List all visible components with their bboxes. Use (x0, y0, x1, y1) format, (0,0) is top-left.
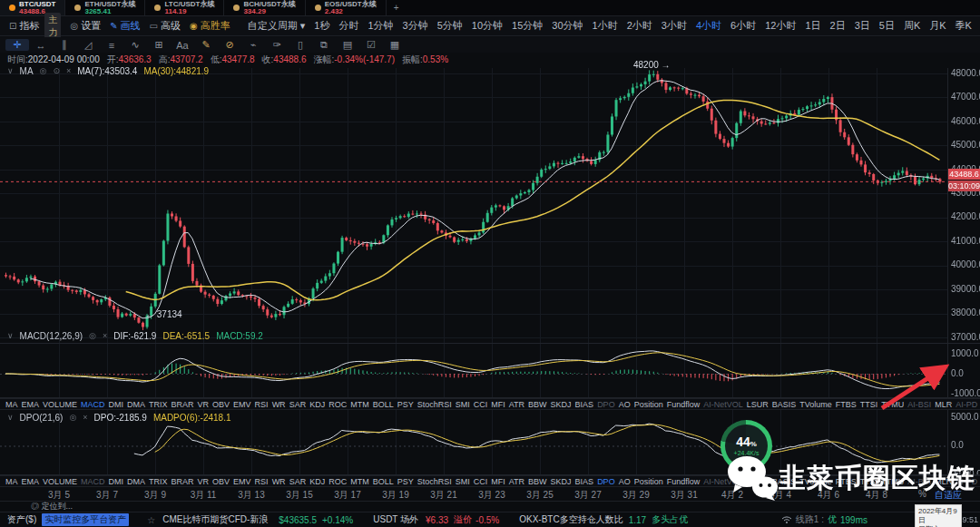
timeframe-3分钟[interactable]: 3分钟 (403, 19, 428, 33)
indicator-tab-dmi[interactable]: DMI (109, 477, 124, 486)
asset-monitor-chip[interactable]: 实时监控多平台资产 (42, 513, 129, 526)
indicator-tab-dma[interactable]: DMA (127, 477, 145, 486)
indicator-tab-cci[interactable]: CCI (474, 400, 488, 409)
indicator-tab-mfi[interactable]: MFI (491, 477, 505, 486)
indicator-tab-ao[interactable]: AO (619, 400, 631, 409)
collapse-caret-icon[interactable]: ∨ (7, 413, 14, 422)
add-pair-button[interactable]: + (387, 0, 407, 15)
indicator-tab-cci[interactable]: CCI (474, 477, 488, 486)
indicator-tab-atr[interactable]: ATR (509, 400, 524, 409)
timeframe-分时[interactable]: 分时 (338, 19, 358, 33)
timeframe-周K[interactable]: 周K (904, 19, 920, 33)
main-force-chip[interactable]: 主力 (44, 13, 61, 40)
indicator-tab-ma[interactable]: MA (5, 477, 18, 486)
indicator-tab-dma[interactable]: DMA (127, 400, 145, 409)
indicator-tab-brar[interactable]: BRAR (172, 400, 194, 409)
timeframe-1日[interactable]: 1日 (805, 19, 820, 33)
indicator-tab-sar[interactable]: SAR (289, 400, 307, 409)
high-winrate-button[interactable]: ◉高胜率 (190, 19, 230, 33)
indicator-tab-mtm[interactable]: MTM (350, 400, 369, 409)
draw-tool-9[interactable]: ⊘ (218, 39, 241, 51)
timeframe-12小时[interactable]: 12小时 (765, 19, 796, 33)
indicator-tab-macd[interactable]: MACD (81, 477, 105, 486)
indicator-tab-bbw[interactable]: BBW (528, 477, 547, 486)
draw-tool-12[interactable]: ▯ (289, 39, 312, 51)
indicator-tab-fundflow[interactable]: Fundflow (667, 400, 701, 409)
price-chart-canvas[interactable] (0, 68, 980, 487)
indicator-tab-volume[interactable]: VOLUME (43, 477, 77, 486)
indicator-tab-bias[interactable]: BIAS (575, 400, 594, 409)
indicator-tab-dmi[interactable]: DMI (109, 400, 124, 409)
indicator-tab-dpo[interactable]: DPO (597, 400, 615, 409)
draw-tool-10[interactable]: ⌁ (241, 39, 265, 51)
timeframe-5分钟[interactable]: 5分钟 (437, 19, 463, 33)
indicator-tab-obv[interactable]: OBV (212, 477, 230, 486)
draw-tool-1[interactable]: ↔ (29, 40, 53, 51)
draw-tool-3[interactable]: ◿ (76, 39, 100, 51)
indicator-tab-fundflow[interactable]: Fundflow (667, 477, 701, 486)
indicator-tab-trix[interactable]: TRIX (149, 477, 168, 486)
indicator-tab-tvolume[interactable]: TVolume (799, 400, 832, 409)
draw-tool-16[interactable]: ▦ (383, 39, 407, 51)
timeframe-3小时[interactable]: 3小时 (662, 19, 687, 33)
indicator-tab-vr[interactable]: VR (198, 477, 210, 486)
indicator-tab-stochrsi[interactable]: StochRSI (417, 400, 452, 409)
timeframe-15分钟[interactable]: 15分钟 (512, 19, 543, 33)
indicator-tab-ttsi[interactable]: TTSI (860, 400, 878, 409)
collapse-caret-icon[interactable]: ∨ (7, 331, 14, 340)
indicator-tab-roc[interactable]: ROC (328, 400, 347, 409)
timeframe-2日[interactable]: 2日 (830, 19, 846, 33)
indicator-tab-smi[interactable]: SMI (456, 400, 470, 409)
indicator-tab-mfi[interactable]: MFI (491, 400, 505, 409)
indicator-tab-position[interactable]: Position (634, 400, 663, 409)
line-label[interactable]: 线路1 : (796, 513, 824, 526)
dpo-close-icon[interactable]: × (83, 413, 87, 422)
indicator-tab-ttmu[interactable]: TTMU (881, 400, 904, 409)
draw-tool-0[interactable]: ✛ (5, 39, 29, 51)
draw-tool-11[interactable]: ✑ (265, 39, 289, 51)
indicator-tab-bbw[interactable]: BBW (528, 400, 547, 409)
settings-button[interactable]: ◎设置 (70, 19, 101, 33)
draw-tool-15[interactable]: ☑ (359, 39, 383, 51)
star-icon[interactable]: ☆ (147, 515, 155, 525)
timeframe-1分钟[interactable]: 1分钟 (368, 19, 393, 33)
timeframe-1秒[interactable]: 1秒 (314, 19, 329, 33)
pair-tab-eos[interactable]: EOS/USDT永续2.432 (306, 0, 387, 15)
pair-tab-bch[interactable]: BCH/USDT永续334.29 (224, 0, 305, 15)
indicators-button[interactable]: ⊡指标 (9, 19, 39, 33)
indicator-tab-ai-bsi[interactable]: AI-BSI (907, 400, 931, 409)
indicator-tab-skdj[interactable]: SKDJ (551, 477, 572, 486)
indicator-tab-smi[interactable]: SMI (456, 477, 470, 486)
timeframe-2小时[interactable]: 2小时 (627, 19, 652, 33)
timeframe-6小时[interactable]: 6小时 (730, 19, 756, 33)
draw-tool-4[interactable]: ≡ (100, 40, 123, 51)
indicator-tab-mtm[interactable]: MTM (350, 477, 369, 486)
ma-settings-icon[interactable]: ◎ (40, 66, 47, 75)
indicator-tab-roc[interactable]: ROC (328, 477, 347, 486)
draw-tool-6[interactable]: ⊞ (147, 39, 171, 51)
indicator-tab-position[interactable]: Position (634, 477, 663, 486)
indicator-tab-macd[interactable]: MACD (81, 400, 105, 409)
indicator-tab-bias[interactable]: BIAS (575, 477, 594, 486)
indicator-tab-sar[interactable]: SAR (289, 477, 307, 486)
indicator-tab-ma[interactable]: MA (5, 400, 18, 409)
indicator-tab-ema[interactable]: EMA (22, 477, 40, 486)
cme-label[interactable]: CME比特币期货CFD-新浪 (162, 513, 268, 526)
indicator-tab-dpo[interactable]: DPO (597, 477, 615, 486)
draw-tool-2[interactable]: ∥ (53, 39, 76, 51)
indicator-tab-ai-netvol[interactable]: AI-NetVOL (703, 400, 743, 409)
macd-close-icon[interactable]: × (103, 331, 107, 340)
indicator-tab-boll[interactable]: BOLL (373, 477, 394, 486)
indicator-tab-atr[interactable]: ATR (509, 477, 524, 486)
timeframe-月K[interactable]: 月K (929, 19, 946, 33)
ma-eye-icon[interactable]: ⊙ (53, 66, 60, 75)
indicator-tab-emv[interactable]: EMV (233, 400, 251, 409)
indicator-tab-boll[interactable]: BOLL (373, 400, 394, 409)
indicator-tab-kdj[interactable]: KDJ (309, 477, 325, 486)
indicator-tab-rsi[interactable]: RSI (255, 400, 269, 409)
draw-tool-14[interactable]: ▤ (336, 39, 359, 51)
indicator-tab-volume[interactable]: VOLUME (43, 400, 77, 409)
dpo-settings-icon[interactable]: ◎ (69, 413, 76, 422)
draw-tool-13[interactable]: ⧉ (312, 39, 336, 51)
indicator-tab-obv[interactable]: OBV (212, 400, 230, 409)
